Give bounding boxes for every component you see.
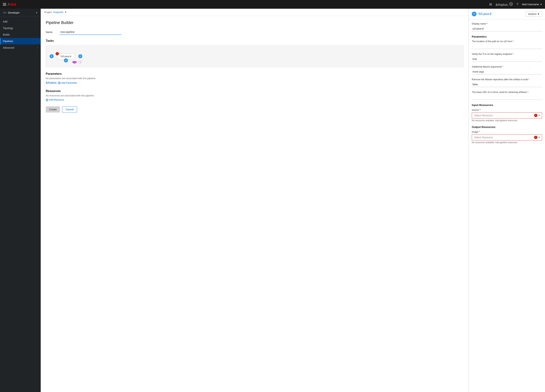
developer-icon: </> [3,11,6,14]
image-select-wrapper: Select Resource ! ▼ [472,134,542,140]
hamburger-menu[interactable] [3,3,6,6]
actions-caret-icon: ▼ [537,12,540,15]
add-parameter-label[interactable]: Add Parameter [61,81,77,84]
parameters-section: Parameters No parameters are associated … [46,72,464,84]
page-title: Pipeline Builder [46,20,464,25]
display-name-group: Display name * [472,22,542,31]
display-name-input[interactable] [472,26,542,31]
name-label: Name [46,31,57,34]
logo-text: okd [10,2,16,6]
source-select[interactable]: Select Resource [472,112,542,119]
task-box-s2i[interactable]: ! S2i-java-8 + [57,53,75,59]
input-resources-heading: Input Resources [472,103,542,107]
field-s2i-path-input[interactable] [472,44,542,49]
right-panel-header: T S2i-java-8 Actions ▼ [469,9,545,19]
add-task-left-button[interactable]: + [50,54,54,58]
right-panel: T S2i-java-8 Actions ▼ Display name * [469,9,545,392]
output-resources-heading: Output Resources [472,125,542,128]
advanced-caret-icon: › [37,47,38,49]
tasks-section: Tasks + ! S2i-java-8 + [46,39,464,67]
add-resource-label[interactable]: Add Resource [49,98,64,101]
sidebar-role-selector[interactable]: </> Developer ▼ [0,9,41,17]
tasks-canvas: + ! S2i-java-8 + + [46,45,464,67]
task-icon-badge: T [472,12,477,16]
add-task-below-button[interactable]: + [64,58,68,62]
sidebar: </> Developer ▼ Add Topology Builds Pipe… [0,9,41,392]
parameters-note: No parameters are associated with this p… [46,77,464,80]
field-maven-args: Additional Maven arguments * [472,65,542,74]
sidebar-nav: Add Topology Builds Pipelines Advanced › [0,17,41,52]
topnav-icons: ⊞ &#oplus; ? Ned Username ▼ [489,2,542,7]
add-parameter-icon: &#oplus; [46,81,61,84]
field-mirror-url-input[interactable] [472,95,542,100]
image-select[interactable]: Select Resource [472,134,542,140]
create-button[interactable]: Create [46,106,60,113]
field-mirror-url: The base URL of a mirror used for retrie… [472,91,542,100]
task-node-s2i[interactable]: ! S2i-java-8 + [56,53,76,59]
add-icon[interactable]: &#oplus; [495,2,513,7]
topnav: ∕ okd ⊞ &#oplus; ? Ned Username ▼ [0,0,545,9]
display-name-label: Display name * [472,22,542,25]
field-maven-remove: Remove the Maven repository after the ar… [472,78,542,87]
resources-title: Resources [46,90,464,93]
logo: ∕ okd [8,2,16,6]
field-s2i-path: The location of the path to run s2i from… [472,40,542,49]
project-bar: Project: Project01 ▼ [41,9,469,16]
display-name-required: * [487,22,488,25]
field-tls-verify-input[interactable] [472,56,542,62]
sidebar-item-topology[interactable]: Topology [0,25,41,31]
image-resource-group: image * Select Resource ! ▼ No resources… [472,130,542,144]
name-row: Name [46,29,464,35]
help-icon[interactable]: ? [516,3,518,6]
source-select-wrapper: Select Resource ! ▼ [472,112,542,119]
tasks-title: Tasks [46,39,464,42]
task-label: S2i-java-8 [61,55,71,58]
right-panel-task-name: S2i-java-8 [478,12,524,16]
add-task-right-button[interactable]: + [78,54,82,58]
actions-label: Actions [528,12,536,15]
field-tls-verify: Verify the TLS on the registry endpoint … [472,53,542,62]
image-label: image [472,131,478,133]
task-error-badge: ! [56,52,59,55]
sidebar-item-advanced[interactable]: Advanced › [0,44,41,51]
image-no-resources-note: No resources available. Add pipeline res… [472,141,542,144]
source-resource-group: source * Select Resource ! ▼ No resource… [472,108,542,122]
pipeline-name-input[interactable] [60,29,121,35]
sidebar-item-builds[interactable]: Builds [0,31,41,38]
parameters-heading: Parameters [472,35,542,38]
project-caret-icon[interactable]: ▼ [64,11,67,14]
user-caret-icon: ▼ [540,3,542,6]
sidebar-role-caret-icon: ▼ [36,12,38,14]
add-parameter-link[interactable]: &#oplus; Add Parameter [46,81,464,84]
add-resource-icon [46,98,48,101]
cancel-button[interactable]: Cancel [62,106,77,113]
add-resource-link[interactable]: Add Resource [46,98,464,101]
btn-row: Create Cancel [46,106,464,113]
source-label: source [472,109,479,111]
resources-note: No resources are associated with this pi… [46,94,464,97]
grid-icon[interactable]: ⊞ [489,2,492,6]
source-no-resources-note: No resources available. Add pipeline res… [472,119,542,122]
sidebar-item-add[interactable]: Add [0,18,41,25]
parameters-title: Parameters [46,72,464,76]
actions-dropdown[interactable]: Actions ▼ [526,11,542,17]
sidebar-role-label: Developer [8,11,34,14]
image-required: * [479,130,480,133]
main-panel: Project: Project01 ▼ Pipeline Builder Na… [41,9,469,392]
user-menu[interactable]: Ned Username ▼ [522,3,542,6]
project-label: Project: [44,11,52,14]
resources-section: Resources No resources are associated wi… [46,90,464,101]
source-required: * [480,108,481,111]
field-maven-remove-input[interactable] [472,82,542,87]
cursor-hand-icon: 🗢 ☞ [72,59,82,65]
sidebar-item-pipelines[interactable]: Pipelines [0,38,41,44]
content-area: Project: Project01 ▼ Pipeline Builder Na… [41,9,545,392]
username: Ned Username [522,3,539,6]
project-name[interactable]: Project01 [53,11,63,14]
right-panel-body: Display name * Parameters The location o… [469,19,545,150]
field-maven-args-input[interactable] [472,69,542,74]
